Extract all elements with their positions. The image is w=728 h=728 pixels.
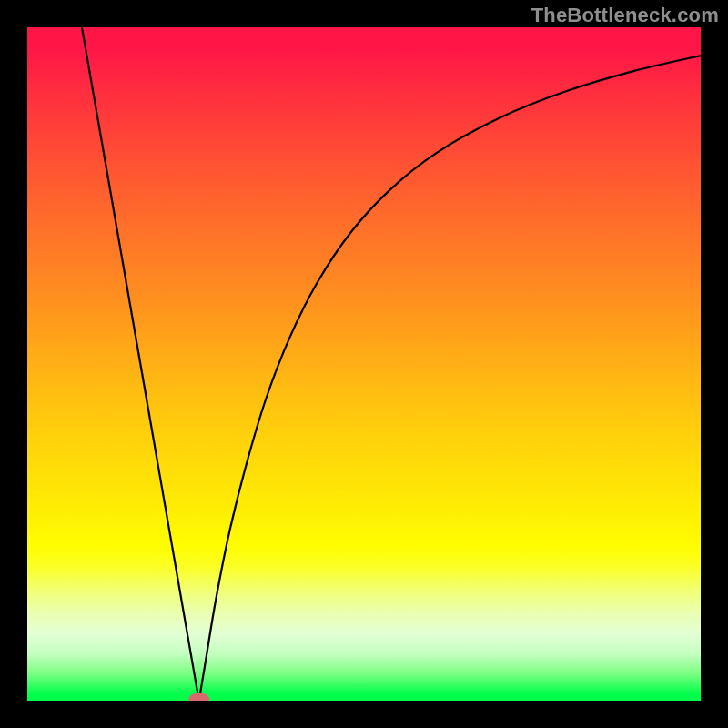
curve-right-branch: [199, 56, 701, 701]
chart-frame: TheBottleneck.com: [0, 0, 728, 728]
curve-left-branch: [82, 27, 199, 701]
watermark-text: TheBottleneck.com: [531, 4, 719, 27]
curve-layer: [27, 27, 701, 701]
minimum-marker: [189, 693, 209, 701]
